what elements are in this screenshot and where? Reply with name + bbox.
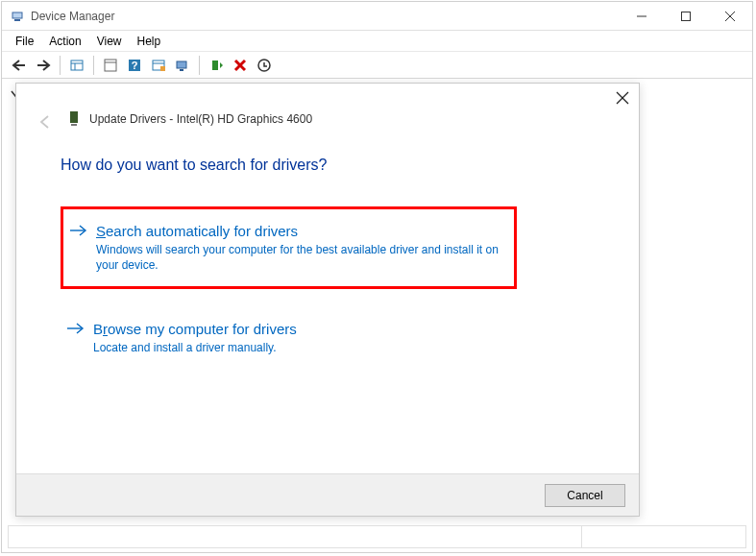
app-icon bbox=[10, 9, 25, 24]
svg-text:?: ? bbox=[132, 60, 138, 71]
status-panel bbox=[8, 525, 746, 548]
toolbar-separator bbox=[60, 56, 61, 75]
scan-hardware-icon[interactable] bbox=[171, 55, 194, 76]
menu-view[interactable]: View bbox=[89, 33, 130, 50]
svg-rect-24 bbox=[70, 111, 78, 123]
device-icon bbox=[68, 110, 82, 128]
cancel-button[interactable]: Cancel bbox=[545, 484, 625, 507]
help-icon[interactable]: ? bbox=[123, 55, 146, 76]
svg-rect-9 bbox=[105, 60, 116, 71]
wizard-header: Update Drivers - Intel(R) HD Graphics 46… bbox=[68, 110, 312, 128]
refresh-icon[interactable] bbox=[99, 55, 122, 76]
menu-file[interactable]: File bbox=[8, 33, 41, 50]
back-arrow-icon[interactable] bbox=[8, 55, 31, 76]
svg-rect-25 bbox=[71, 124, 77, 126]
wizard-question: How do you want to search for drivers? bbox=[61, 157, 327, 174]
back-icon[interactable] bbox=[36, 112, 55, 132]
toolbar-separator bbox=[199, 56, 200, 75]
option-description: Windows will search your computer for th… bbox=[96, 243, 500, 273]
option-title: Browse my computer for drivers bbox=[93, 321, 503, 337]
toolbar-separator bbox=[93, 56, 94, 75]
svg-rect-6 bbox=[71, 60, 83, 70]
svg-rect-18 bbox=[212, 60, 218, 70]
svg-rect-17 bbox=[180, 69, 183, 71]
svg-rect-0 bbox=[12, 12, 22, 18]
menu-help[interactable]: Help bbox=[130, 33, 169, 50]
disable-device-icon[interactable] bbox=[229, 55, 252, 76]
maximize-button[interactable] bbox=[664, 2, 708, 31]
forward-arrow-icon[interactable] bbox=[32, 55, 55, 76]
enable-device-icon[interactable] bbox=[205, 55, 228, 76]
show-hidden-icon[interactable] bbox=[147, 55, 170, 76]
update-drivers-wizard: Update Drivers - Intel(R) HD Graphics 46… bbox=[15, 83, 640, 517]
titlebar: Device Manager bbox=[2, 2, 752, 31]
uninstall-icon[interactable] bbox=[253, 55, 276, 76]
option-title: Search automatically for drivers bbox=[96, 223, 500, 239]
menu-action[interactable]: Action bbox=[41, 33, 88, 50]
wizard-title: Update Drivers - Intel(R) HD Graphics 46… bbox=[89, 112, 312, 126]
window-title: Device Manager bbox=[31, 10, 114, 23]
svg-rect-1 bbox=[14, 19, 20, 21]
option-description: Locate and install a driver manually. bbox=[93, 341, 503, 356]
window-controls bbox=[620, 2, 752, 31]
svg-rect-16 bbox=[177, 61, 186, 68]
minimize-button[interactable] bbox=[620, 2, 664, 31]
arrow-right-icon bbox=[66, 321, 85, 336]
menubar: File Action View Help bbox=[2, 31, 752, 52]
properties-icon[interactable] bbox=[65, 55, 88, 76]
arrow-right-icon bbox=[69, 223, 88, 238]
content-area: Update Drivers - Intel(R) HD Graphics 46… bbox=[2, 79, 752, 552]
close-button[interactable] bbox=[708, 2, 752, 31]
toolbar: ? bbox=[2, 52, 752, 79]
option-browse-computer[interactable]: Browse my computer for drivers Locate an… bbox=[61, 307, 517, 370]
wizard-footer: Cancel bbox=[16, 473, 639, 516]
option-search-automatically[interactable]: Search automatically for drivers Windows… bbox=[61, 206, 517, 289]
device-manager-window: Device Manager File Action View Help bbox=[1, 1, 753, 553]
close-icon[interactable] bbox=[616, 91, 629, 105]
svg-rect-15 bbox=[160, 66, 165, 71]
svg-rect-3 bbox=[682, 12, 691, 20]
